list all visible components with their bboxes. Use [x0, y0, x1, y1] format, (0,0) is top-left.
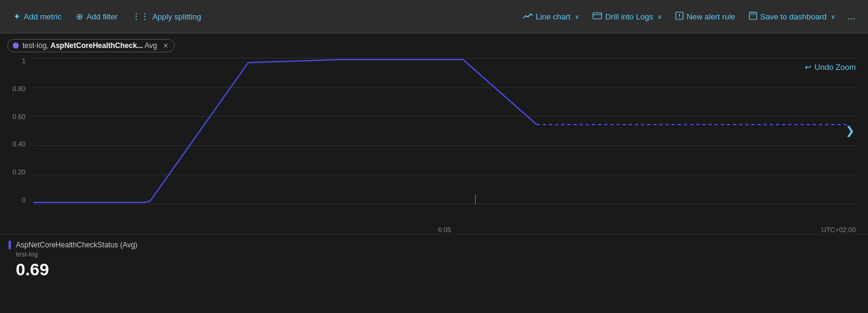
metric-tag: test-log, AspNetCoreHealthCheck... Avg × — [7, 39, 175, 52]
legend-value: 0.69 — [16, 260, 859, 280]
y-label-040: 0.40 — [0, 141, 26, 148]
save-dashboard-chevron: ∨ — [831, 13, 835, 20]
toolbar-right: Line chart ∨ Drill into Logs ∨ New al — [517, 7, 861, 26]
line-chart-button[interactable]: Line chart ∨ — [517, 8, 585, 25]
more-options-button[interactable]: ... — [842, 7, 861, 26]
save-to-dashboard-button[interactable]: Save to dashboard ∨ — [743, 8, 841, 26]
toolbar: ✦ Add metric ⊕ Add filter ⋮⋮ Apply split… — [0, 0, 868, 33]
toolbar-left: ✦ Add metric ⊕ Add filter ⋮⋮ Apply split… — [7, 8, 515, 25]
x-spacer-left — [33, 225, 821, 234]
x-axis: 6:05 UTC+02:00 — [33, 222, 856, 234]
drill-logs-chevron: ∨ — [658, 13, 662, 20]
x-label-605: 6:05 — [438, 225, 451, 234]
chart-svg — [33, 58, 856, 204]
apply-splitting-icon: ⋮⋮ — [132, 12, 149, 21]
add-filter-button[interactable]: ⊕ Add filter — [70, 8, 123, 25]
legend-line-indicator — [9, 241, 11, 249]
line-chart-chevron: ∨ — [575, 13, 579, 20]
add-metric-button[interactable]: ✦ Add metric — [7, 8, 68, 25]
legend-area: AspNetCoreHealthCheckStatus (Avg) test-l… — [0, 234, 868, 289]
metric-tag-close[interactable]: × — [163, 41, 168, 50]
y-axis: 1 0.80 0.60 0.40 0.20 0 — [0, 58, 30, 204]
legend-title: AspNetCoreHealthCheckStatus (Avg) — [9, 241, 859, 249]
add-metric-icon: ✦ — [13, 12, 21, 21]
add-filter-icon: ⊕ — [76, 12, 83, 21]
y-label-080: 0.80 — [0, 86, 26, 92]
svg-point-4 — [679, 17, 680, 18]
x-utc-label: UTC+02:00 — [821, 225, 856, 234]
metric-label: test-log, AspNetCoreHealthCheck... Avg — [23, 41, 157, 50]
chart-line-solid — [33, 60, 536, 202]
grid-line-0 — [33, 204, 856, 204]
chart-plot: ❯ — [33, 58, 856, 204]
drill-logs-icon — [592, 12, 602, 22]
y-label-020: 0.20 — [0, 169, 26, 176]
y-label-1: 1 — [0, 58, 26, 64]
metric-dot — [13, 43, 19, 49]
svg-rect-0 — [593, 13, 602, 19]
chart-nav-right[interactable]: ❯ — [845, 124, 855, 137]
drill-into-logs-button[interactable]: Drill into Logs ∨ — [586, 8, 668, 26]
legend-subtitle: test-log — [16, 250, 859, 258]
y-label-060: 0.60 — [0, 114, 26, 120]
y-label-0: 0 — [0, 197, 26, 204]
new-alert-rule-button[interactable]: New alert rule — [669, 8, 741, 26]
metric-bar: test-log, AspNetCoreHealthCheck... Avg × — [0, 33, 868, 58]
save-dashboard-icon — [749, 12, 757, 22]
chart-container: ↩ Undo Zoom 1 0.80 0.60 0.40 0.20 0 ❯ — [0, 58, 868, 234]
line-chart-icon — [523, 12, 533, 21]
alert-rule-icon — [675, 12, 684, 22]
apply-splitting-button[interactable]: ⋮⋮ Apply splitting — [126, 8, 207, 25]
